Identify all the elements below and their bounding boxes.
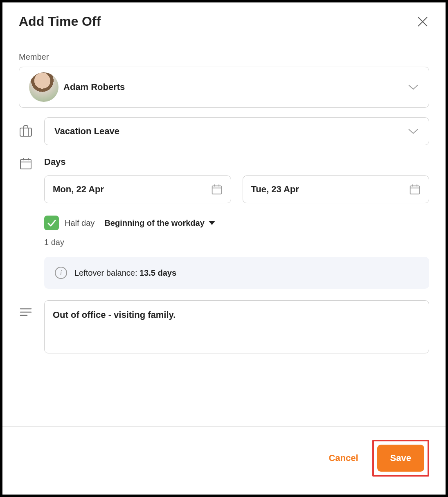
- svg-rect-4: [20, 160, 31, 169]
- days-label: Days: [44, 157, 429, 167]
- half-day-label: Half day: [65, 218, 95, 228]
- dialog-footer: Cancel Save: [2, 426, 446, 495]
- dialog-title: Add Time Off: [19, 14, 101, 29]
- svg-rect-8: [212, 186, 221, 194]
- chevron-down-icon: [407, 126, 419, 137]
- balance-text: Leftover balance: 13.5 days: [74, 268, 176, 278]
- check-icon: [47, 218, 56, 228]
- close-button[interactable]: [416, 15, 429, 28]
- notes-input[interactable]: Out of office - visiting family.: [44, 300, 429, 353]
- balance-prefix: Leftover balance:: [74, 268, 140, 277]
- calendar-icon: [19, 157, 33, 171]
- half-day-portion-select[interactable]: Beginning of the workday: [104, 218, 215, 228]
- svg-rect-2: [20, 128, 32, 136]
- end-date-value: Tue, 23 Apr: [251, 184, 410, 195]
- half-day-checkbox[interactable]: [44, 216, 59, 230]
- close-icon: [417, 16, 428, 27]
- duration-text: 1 day: [44, 238, 429, 247]
- leave-type-select[interactable]: Vacation Leave: [44, 117, 429, 145]
- half-day-portion-value: Beginning of the workday: [104, 218, 204, 228]
- leave-type-value: Vacation Leave: [54, 126, 407, 137]
- svg-rect-12: [410, 186, 420, 194]
- save-button-highlight: Save: [372, 440, 429, 477]
- balance-info: i Leftover balance: 13.5 days: [44, 257, 429, 289]
- caret-down-icon: [209, 221, 215, 225]
- member-label: Member: [19, 52, 429, 62]
- member-name: Adam Roberts: [63, 82, 407, 92]
- member-avatar: [29, 72, 59, 102]
- notes-icon: [19, 305, 33, 319]
- info-icon: i: [55, 267, 67, 279]
- cancel-button[interactable]: Cancel: [324, 445, 362, 472]
- end-date-input[interactable]: Tue, 23 Apr: [243, 175, 430, 203]
- calendar-icon: [409, 184, 421, 195]
- balance-value: 13.5 days: [140, 268, 176, 277]
- save-button[interactable]: Save: [377, 445, 424, 472]
- start-date-input[interactable]: Mon, 22 Apr: [44, 175, 231, 203]
- chevron-down-icon: [407, 81, 419, 93]
- start-date-value: Mon, 22 Apr: [53, 184, 211, 195]
- dialog-header: Add Time Off: [2, 2, 446, 39]
- suitcase-icon: [19, 124, 33, 138]
- member-select[interactable]: Adam Roberts: [19, 67, 429, 108]
- calendar-icon: [211, 184, 223, 195]
- svg-rect-3: [23, 128, 28, 136]
